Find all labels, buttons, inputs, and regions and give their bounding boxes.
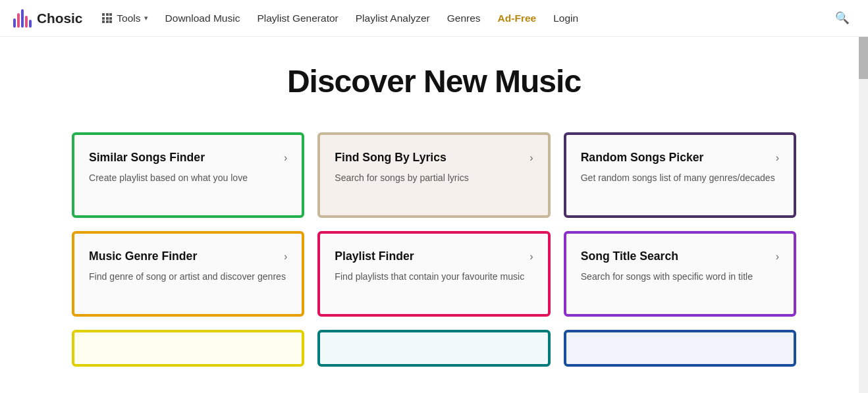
- card-desc: Find playlists that contain your favouri…: [335, 270, 533, 283]
- card-desc: Search for songs with specific word in t…: [581, 270, 779, 283]
- logo[interactable]: Chosic: [13, 9, 82, 28]
- card-desc: Search for songs by partial lyrics: [335, 171, 533, 184]
- card-title: Random Songs Picker: [581, 151, 704, 165]
- card-partial-yellow[interactable]: [72, 330, 304, 367]
- card-header: Music Genre Finder ›: [89, 249, 287, 263]
- page-title: Discover New Music: [13, 63, 855, 99]
- card-song-title[interactable]: Song Title Search › Search for songs wit…: [564, 231, 796, 317]
- arrow-icon: ›: [529, 251, 533, 263]
- nav-tools-dropdown[interactable]: Tools ▾: [95, 9, 154, 28]
- search-icon: 🔍: [835, 11, 850, 24]
- nav-download-music[interactable]: Download Music: [159, 9, 247, 28]
- logo-icon: [13, 9, 32, 28]
- card-partial-teal[interactable]: [317, 330, 550, 367]
- header: Chosic Tools ▾ Download Music Playlist G…: [0, 0, 868, 37]
- card-partial-blue[interactable]: [564, 330, 796, 367]
- nav-playlist-analyzer[interactable]: Playlist Analyzer: [349, 9, 437, 28]
- main-nav: Tools ▾ Download Music Playlist Generato…: [95, 9, 830, 28]
- card-title: Similar Songs Finder: [89, 151, 205, 165]
- card-header: Song Title Search ›: [581, 249, 779, 263]
- card-desc: Create playlist based on what you love: [89, 171, 287, 184]
- card-playlist-finder[interactable]: Playlist Finder › Find playlists that co…: [317, 231, 550, 317]
- arrow-icon: ›: [776, 152, 779, 164]
- card-desc: Find genre of song or artist and discove…: [89, 270, 287, 283]
- card-find-song-lyrics[interactable]: Find Song By Lyrics › Search for songs b…: [317, 132, 550, 218]
- card-music-genre[interactable]: Music Genre Finder › Find genre of song …: [72, 231, 304, 317]
- arrow-icon: ›: [776, 251, 779, 263]
- card-title: Music Genre Finder: [89, 249, 197, 263]
- nav-login[interactable]: Login: [547, 9, 585, 28]
- arrow-icon: ›: [284, 251, 287, 263]
- card-desc: Get random songs list of many genres/dec…: [581, 171, 779, 184]
- grid-icon: [102, 13, 112, 23]
- card-header: Find Song By Lyrics ›: [335, 151, 533, 165]
- main-content: Discover New Music Similar Songs Finder …: [0, 37, 868, 380]
- search-button[interactable]: 🔍: [830, 9, 855, 28]
- card-header: Random Songs Picker ›: [581, 151, 779, 165]
- arrow-icon: ›: [529, 152, 533, 164]
- card-title: Playlist Finder: [335, 249, 414, 263]
- nav-genres[interactable]: Genres: [441, 9, 487, 28]
- scrollbar-track[interactable]: [859, 0, 868, 380]
- card-header: Playlist Finder ›: [335, 249, 533, 263]
- nav-ad-free[interactable]: Ad-Free: [491, 9, 543, 28]
- arrow-icon: ›: [284, 152, 287, 164]
- card-title: Find Song By Lyrics: [335, 151, 446, 165]
- tools-label: Tools: [117, 13, 140, 24]
- card-random-songs[interactable]: Random Songs Picker › Get random songs l…: [564, 132, 796, 218]
- chevron-down-icon: ▾: [144, 14, 148, 22]
- nav-playlist-generator[interactable]: Playlist Generator: [250, 9, 344, 28]
- card-header: Similar Songs Finder ›: [89, 151, 287, 165]
- card-title: Song Title Search: [581, 249, 678, 263]
- logo-text: Chosic: [37, 11, 82, 26]
- card-similar-songs[interactable]: Similar Songs Finder › Create playlist b…: [72, 132, 304, 218]
- card-grid: Similar Songs Finder › Create playlist b…: [72, 132, 796, 367]
